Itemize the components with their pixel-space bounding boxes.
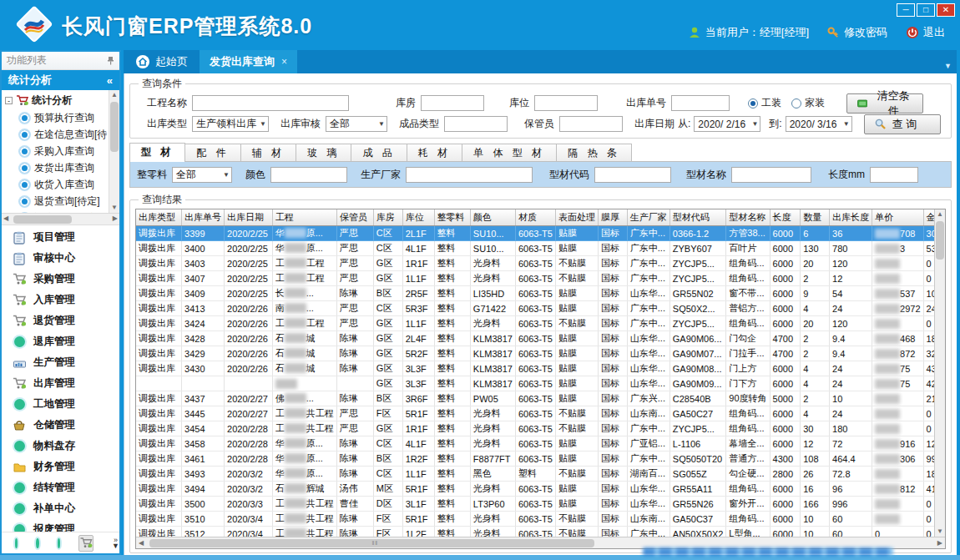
tab-close-icon[interactable]: × [281, 50, 287, 73]
collapse-icon[interactable]: « [107, 74, 113, 87]
column-header[interactable]: 长度 [770, 209, 801, 226]
tree-item[interactable]: 收货入库查询 [5, 176, 119, 193]
sidebar-module-item[interactable]: 项目管理 [2, 227, 119, 248]
module-dot-button[interactable] [36, 538, 38, 548]
expander-icon[interactable]: - [5, 97, 13, 104]
table-row[interactable]: 调拨出库33992020/2/25华原...严思C区2L1F整料SU10...6… [136, 226, 945, 241]
sidebar-module-item[interactable]: 工地管理 [2, 394, 119, 415]
table-row[interactable]: 调拨出库35102020/3/4工共工程陈琳F区5R1F整料光身料6063-T5… [136, 512, 945, 527]
audit-dropdown[interactable]: 全部▼ [326, 116, 387, 132]
column-header[interactable]: 出库单号 [182, 209, 225, 226]
material-tab[interactable]: 型 材 [129, 143, 185, 162]
column-header[interactable]: 型材名称 [726, 209, 770, 226]
sidebar-module-item[interactable]: 财务管理 [2, 457, 119, 477]
material-tab[interactable]: 耗 材 [407, 144, 462, 162]
tree-item[interactable]: 采购入库查询 [5, 143, 119, 159]
table-row[interactable]: 调拨出库34942020/3/2石辉城汤伟M区5R1F整料光身料6063-T5贴… [136, 482, 945, 497]
column-header[interactable]: 表面处理 [555, 209, 598, 226]
sidebar-module-item[interactable]: 出库管理 [2, 373, 119, 394]
close-button[interactable]: ✕ [937, 3, 955, 17]
table-row[interactable]: 调拨出库34292020/2/26石城陈琳G区5R2F整料KLM38176063… [136, 346, 945, 361]
length-input[interactable] [870, 167, 918, 183]
module-dot-button[interactable] [15, 538, 18, 548]
column-header[interactable]: 颜色 [470, 209, 515, 226]
sidebar-module-item[interactable]: 退库管理 [2, 331, 119, 352]
section-header[interactable]: 统计分析 « [2, 70, 119, 90]
module-dot-button[interactable] [58, 538, 60, 548]
radio-industrial[interactable]: 工装 [748, 96, 781, 110]
project-name-input[interactable] [192, 95, 349, 111]
table-row[interactable]: 调拨出库34132020/2/26南...严思C区5R3F整料G71422606… [136, 301, 945, 316]
profile-code-input[interactable] [594, 167, 671, 183]
pin-icon[interactable] [107, 56, 114, 65]
column-header[interactable]: 型材代码 [669, 209, 726, 226]
logout-button[interactable]: 退出 [906, 25, 945, 40]
column-header[interactable]: 库房 [373, 209, 402, 226]
tree-item[interactable]: 退货查询[待定] [5, 193, 119, 209]
date-to-picker[interactable]: 2020/ 3/16▼ [786, 116, 852, 132]
material-tab[interactable]: 成 品 [351, 144, 407, 162]
column-header[interactable]: 库位 [402, 209, 434, 226]
column-header[interactable]: 单价 [872, 209, 923, 226]
material-tab[interactable]: 辅 材 [240, 144, 296, 162]
module-cart-button[interactable] [78, 535, 93, 552]
warehouse-input[interactable] [421, 95, 484, 111]
tab-outbound-query[interactable]: 发货出库查询 × [200, 50, 297, 73]
table-row[interactable]: G区3L3F整料KLM38176063-T5贴膜国标山东华...GA90M09.… [136, 376, 945, 391]
sidebar-module-item[interactable]: 审核中心 [2, 248, 119, 269]
material-tab[interactable]: 配 件 [184, 144, 240, 162]
sidebar-module-item[interactable]: 补单中心 [2, 498, 119, 519]
grid-vertical-scrollbar[interactable]: ▲ ▼ [934, 209, 945, 537]
column-header[interactable]: 保管员 [336, 209, 373, 226]
table-row[interactable]: 调拨出库34542020/2/28工共工程严思G区1R1F整料光身料6063-T… [136, 421, 945, 436]
material-tab[interactable]: 玻 璃 [296, 144, 351, 162]
table-row[interactable]: 调拨出库34372020/2/27佛...陈琳B区3R6F整料PW056063-… [136, 391, 945, 406]
color-input[interactable] [270, 167, 347, 183]
column-header[interactable]: 数量 [801, 209, 830, 226]
tree-item[interactable]: 发货出库查询 [5, 159, 119, 176]
tab-home[interactable]: 起始页 [124, 50, 200, 73]
profile-name-input[interactable] [731, 167, 811, 183]
column-header[interactable]: 工程 [272, 209, 336, 226]
sidebar-module-item[interactable]: 退货管理 [2, 310, 119, 331]
clear-conditions-button[interactable]: 清空条件 [846, 93, 923, 114]
sidebar-module-item[interactable]: 生产管理 [2, 352, 119, 373]
tab-list-caret-icon[interactable]: ▼ [944, 62, 952, 70]
table-row[interactable]: 调拨出库34072020/2/25工工程严思G区1L1F整料光身料6063-T5… [136, 271, 945, 286]
outbound-no-input[interactable] [671, 95, 730, 111]
table-row[interactable]: 调拨出库34302020/2/26石城陈琳G区3L3F整料KLM38176063… [136, 361, 945, 376]
minimize-button[interactable]: ─ [897, 3, 915, 17]
table-row[interactable]: 调拨出库34582020/2/28华原...陈琳C区4L1F整料光身料6063-… [136, 436, 945, 452]
tree-vertical-scrollbar[interactable]: ▲ ▼ [109, 90, 119, 213]
table-row[interactable]: 调拨出库34002020/2/25华原...严思C区4L1F整料SU10...6… [136, 241, 945, 256]
sidebar-module-item[interactable]: 结转管理 [2, 477, 119, 498]
column-header[interactable]: 膜厚 [598, 209, 627, 226]
table-row[interactable]: 调拨出库34452020/2/27工共工程严思F区5R1F整料光身料6063-T… [136, 406, 945, 421]
location-input[interactable] [534, 95, 598, 111]
part-type-dropdown[interactable]: 全部▼ [172, 167, 232, 183]
column-header[interactable]: 出库日期 [225, 209, 273, 226]
table-row[interactable]: 调拨出库34092020/2/25长...陈琳B区2R5F整料LI35HD606… [136, 286, 945, 301]
keeper-input[interactable] [559, 116, 623, 132]
grid-horizontal-scrollbar[interactable]: ◀ ‖‖ ▶ [136, 537, 945, 548]
column-header[interactable]: 生产厂家 [627, 209, 669, 226]
date-from-picker[interactable]: 2020/ 2/16▼ [694, 116, 760, 132]
change-password-button[interactable]: 修改密码 [827, 25, 887, 40]
tree-root[interactable]: - 统计分析 [5, 92, 119, 109]
table-row[interactable]: 调拨出库34932020/3/2华原...陈琳C区1L1F整料黑色塑料不贴膜国标… [136, 467, 945, 482]
table-row[interactable]: 调拨出库34242020/2/26工工程严思G区1L1F整料光身料6063-T5… [136, 316, 945, 331]
tree-horizontal-scrollbar[interactable]: ◀▶ [2, 214, 119, 225]
material-tab[interactable]: 单 体 型 材 [462, 144, 557, 162]
tree-item[interactable]: 预算执行查询 [5, 109, 119, 126]
out-type-dropdown[interactable]: 生产领料出库▼ [192, 116, 269, 132]
product-type-input[interactable] [444, 116, 508, 132]
search-button[interactable]: 查 询 [864, 114, 941, 134]
tree-item[interactable]: 在途信息查询[待 [5, 126, 119, 143]
maximize-button[interactable]: □ [917, 3, 935, 17]
radio-home[interactable]: 家装 [791, 96, 825, 110]
more-modules-button[interactable]: »▼ [112, 537, 119, 549]
manufacturer-input[interactable] [406, 167, 533, 183]
column-header[interactable]: 出库类型 [136, 209, 182, 226]
column-header[interactable]: 整零料 [434, 209, 470, 226]
table-row[interactable]: 调拨出库34612020/2/28华原...陈琳B区1R2F整料F8877FT6… [136, 452, 945, 467]
